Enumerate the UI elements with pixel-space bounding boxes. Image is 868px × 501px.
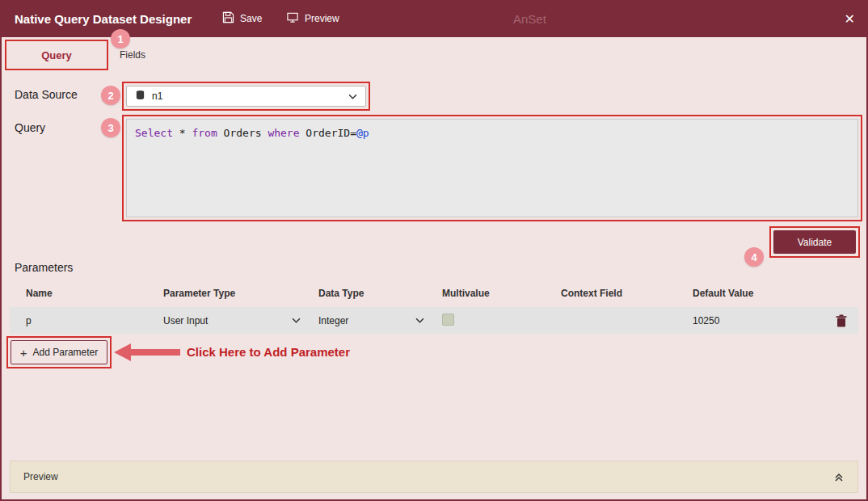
step-badge-3: 3 bbox=[101, 118, 120, 137]
data-type-value: Integer bbox=[318, 315, 348, 326]
parameter-type-dropdown[interactable]: User Input bbox=[163, 315, 318, 326]
save-button[interactable]: Save bbox=[222, 11, 262, 26]
title-bar: Native Query Dataset Designer Save Previ… bbox=[2, 2, 866, 37]
annotation-box-step4: Validate bbox=[769, 226, 860, 258]
data-source-label: Data Source bbox=[15, 88, 78, 101]
step-badge-2: 2 bbox=[101, 86, 120, 105]
query-label: Query bbox=[15, 121, 45, 134]
parameters-header-row: Name Parameter Type Data Type Multivalue… bbox=[10, 281, 858, 305]
callout-arrow-shaft bbox=[129, 349, 180, 356]
preview-panel-label: Preview bbox=[23, 471, 58, 482]
preview-label: Preview bbox=[305, 13, 339, 24]
close-button[interactable]: ✕ bbox=[845, 11, 855, 27]
sql-keyword: Select bbox=[135, 127, 173, 139]
preview-button[interactable]: Preview bbox=[286, 11, 339, 26]
sql-parameter: @p bbox=[356, 127, 369, 139]
annotation-box-step1: Query bbox=[5, 40, 108, 70]
brand-text: AnSet bbox=[513, 12, 546, 26]
chevron-down-icon bbox=[415, 318, 424, 323]
parameter-row: p User Input Integer 10250 bbox=[10, 307, 858, 334]
chevron-down-icon bbox=[348, 94, 357, 99]
column-header-parameter-type: Parameter Type bbox=[163, 288, 318, 299]
parameter-type-value: User Input bbox=[163, 315, 208, 326]
sql-keyword: where bbox=[268, 127, 299, 139]
parameters-title: Parameters bbox=[15, 261, 73, 274]
annotation-box-add-parameter: + Add Parameter bbox=[6, 336, 112, 368]
save-label: Save bbox=[240, 13, 262, 24]
collapse-up-icon[interactable] bbox=[833, 471, 845, 482]
sql-text: * bbox=[173, 127, 192, 139]
column-header-multivalue: Multivalue bbox=[442, 288, 561, 299]
native-query-dataset-designer-window: Native Query Dataset Designer Save Previ… bbox=[0, 0, 868, 501]
monitor-icon bbox=[286, 11, 299, 26]
sql-keyword: from bbox=[192, 127, 217, 139]
add-parameter-button[interactable]: + Add Parameter bbox=[11, 340, 107, 364]
tab-query[interactable]: Query bbox=[9, 44, 104, 66]
multivalue-checkbox[interactable] bbox=[442, 314, 454, 326]
step-badge-1: 1 bbox=[111, 29, 130, 48]
chevron-down-icon bbox=[292, 318, 301, 323]
tab-fields[interactable]: Fields bbox=[120, 49, 145, 61]
step-badge-4: 4 bbox=[744, 247, 764, 267]
data-source-value: n1 bbox=[152, 91, 342, 102]
column-header-data-type: Data Type bbox=[318, 288, 442, 299]
add-parameter-label: Add Parameter bbox=[33, 347, 99, 358]
column-header-name: Name bbox=[10, 288, 163, 299]
callout-arrow-icon bbox=[114, 343, 131, 361]
query-editor[interactable]: Select * from Orders where OrderID=@p bbox=[126, 119, 858, 217]
save-icon bbox=[222, 11, 234, 26]
annotation-box-step2: n1 bbox=[122, 82, 370, 111]
preview-panel-bar[interactable]: Preview bbox=[10, 461, 858, 493]
validate-button[interactable]: Validate bbox=[773, 230, 856, 254]
annotation-box-step3: Select * from Orders where OrderID=@p bbox=[122, 115, 862, 221]
column-header-context-field: Context Field bbox=[561, 288, 693, 299]
column-header-default-value: Default Value bbox=[693, 288, 814, 299]
callout-text: Click Here to Add Parameter bbox=[187, 345, 350, 359]
database-icon bbox=[135, 89, 145, 103]
window-title: Native Query Dataset Designer bbox=[15, 12, 192, 26]
plus-icon: + bbox=[20, 347, 27, 359]
data-source-dropdown[interactable]: n1 bbox=[126, 86, 366, 107]
param-name-value: p bbox=[10, 315, 163, 326]
sql-text: Orders bbox=[217, 127, 268, 139]
delete-parameter-icon[interactable] bbox=[836, 314, 847, 327]
sql-text: OrderID= bbox=[300, 127, 356, 139]
data-type-dropdown[interactable]: Integer bbox=[318, 315, 442, 326]
default-value: 10250 bbox=[693, 315, 814, 326]
